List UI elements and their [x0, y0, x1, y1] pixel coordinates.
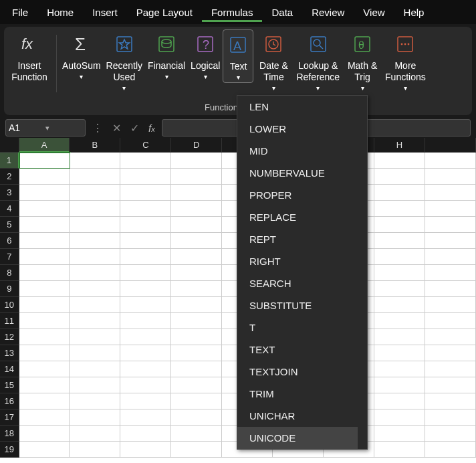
cell[interactable]	[19, 393, 70, 409]
cell[interactable]	[171, 281, 222, 297]
cell[interactable]	[171, 233, 222, 249]
dropdown-item-t[interactable]: T	[237, 316, 367, 339]
row-header[interactable]: 16	[0, 393, 19, 409]
cell[interactable]	[70, 265, 120, 281]
col-header-h[interactable]: H	[374, 138, 425, 153]
cell[interactable]	[120, 185, 171, 201]
dropdown-item-search[interactable]: SEARCH	[237, 272, 367, 294]
cell[interactable]	[120, 377, 171, 393]
cell[interactable]	[70, 345, 120, 361]
cell[interactable]	[171, 169, 222, 185]
row-header[interactable]: 11	[0, 313, 19, 329]
cell[interactable]	[425, 249, 476, 265]
cell[interactable]	[19, 153, 70, 169]
row-header[interactable]: 14	[0, 361, 19, 377]
logical-button[interactable]: ? Logical ▾	[188, 29, 223, 82]
row-header[interactable]: 4	[0, 201, 19, 217]
cell[interactable]	[171, 409, 222, 426]
cell[interactable]	[374, 377, 425, 393]
cell[interactable]	[70, 409, 120, 426]
cell[interactable]	[425, 329, 476, 345]
cell[interactable]	[374, 345, 425, 361]
cell[interactable]	[19, 249, 70, 265]
cell[interactable]	[19, 217, 70, 233]
cell[interactable]	[70, 361, 120, 377]
cell[interactable]	[425, 393, 476, 409]
row-header[interactable]: 12	[0, 329, 19, 345]
cell[interactable]	[19, 233, 70, 249]
date-time-button[interactable]: Date & Time ▾	[253, 29, 293, 93]
cell[interactable]	[171, 442, 222, 458]
cell[interactable]	[120, 426, 171, 442]
cell[interactable]	[19, 185, 70, 201]
cancel-formula-button[interactable]: ✕	[110, 122, 124, 134]
vertical-dots-icon[interactable]: ⋮	[90, 122, 106, 134]
financial-button[interactable]: Financial ▾	[145, 29, 188, 82]
more-functions-button[interactable]: More Functions ▾	[382, 29, 429, 93]
cell[interactable]	[374, 393, 425, 409]
cell[interactable]	[70, 281, 120, 297]
cell[interactable]	[374, 185, 425, 201]
cell[interactable]	[171, 377, 222, 393]
cell[interactable]	[120, 329, 171, 345]
row-header[interactable]: 3	[0, 185, 19, 201]
cell[interactable]	[120, 281, 171, 297]
dropdown-item-unicode[interactable]: UNICODE	[237, 427, 367, 449]
cell[interactable]	[120, 249, 171, 265]
cell[interactable]	[120, 345, 171, 361]
cell[interactable]	[425, 409, 476, 426]
cell[interactable]	[171, 201, 222, 217]
dropdown-item-lower[interactable]: LOWER	[237, 118, 367, 140]
cell[interactable]	[374, 361, 425, 377]
tab-insert[interactable]: Insert	[83, 3, 127, 22]
tab-formulas[interactable]: Formulas	[202, 3, 263, 22]
cell[interactable]	[19, 377, 70, 393]
tab-home[interactable]: Home	[37, 3, 83, 22]
lookup-reference-button[interactable]: Lookup & Reference ▾	[293, 29, 342, 93]
cell[interactable]	[171, 426, 222, 442]
row-header[interactable]: 10	[0, 297, 19, 313]
cell[interactable]	[120, 265, 171, 281]
cell[interactable]	[19, 426, 70, 442]
tab-review[interactable]: Review	[302, 3, 354, 22]
cell[interactable]	[425, 217, 476, 233]
tab-file[interactable]: File	[3, 3, 37, 22]
cell[interactable]	[120, 169, 171, 185]
cell[interactable]	[171, 329, 222, 345]
cell[interactable]	[425, 233, 476, 249]
cell[interactable]	[120, 393, 171, 409]
scroll-up-arrow[interactable]: ▴	[359, 97, 366, 104]
cell[interactable]	[19, 297, 70, 313]
cell[interactable]	[171, 249, 222, 265]
cell[interactable]	[374, 409, 425, 426]
row-header[interactable]: 6	[0, 233, 19, 249]
cell[interactable]	[425, 297, 476, 313]
cell[interactable]	[425, 313, 476, 329]
dropdown-item-len[interactable]: LEN	[237, 96, 367, 118]
fx-icon[interactable]: fx	[146, 122, 158, 134]
cell[interactable]	[425, 377, 476, 393]
cell[interactable]	[70, 201, 120, 217]
dropdown-item-right[interactable]: RIGHT	[237, 250, 367, 272]
row-header[interactable]: 19	[0, 442, 19, 458]
cell[interactable]	[171, 345, 222, 361]
row-header[interactable]: 5	[0, 217, 19, 233]
cell[interactable]	[70, 169, 120, 185]
dropdown-item-trim[interactable]: TRIM	[237, 383, 367, 405]
cell[interactable]	[120, 442, 171, 458]
dropdown-item-mid[interactable]: MID	[237, 140, 367, 162]
cell[interactable]	[19, 313, 70, 329]
cell[interactable]	[120, 313, 171, 329]
cell[interactable]	[171, 361, 222, 377]
insert-function-button[interactable]: fx Insert Function	[5, 29, 53, 84]
dropdown-item-textjoin[interactable]: TEXTJOIN	[237, 361, 367, 383]
cell[interactable]	[171, 185, 222, 201]
cell[interactable]	[70, 377, 120, 393]
cell[interactable]	[171, 297, 222, 313]
recently-used-button[interactable]: Recently Used ▾	[104, 29, 145, 93]
row-header[interactable]: 9	[0, 281, 19, 297]
cell[interactable]	[19, 169, 70, 185]
cell[interactable]	[70, 442, 120, 458]
row-header[interactable]: 17	[0, 409, 19, 426]
cell[interactable]	[171, 393, 222, 409]
